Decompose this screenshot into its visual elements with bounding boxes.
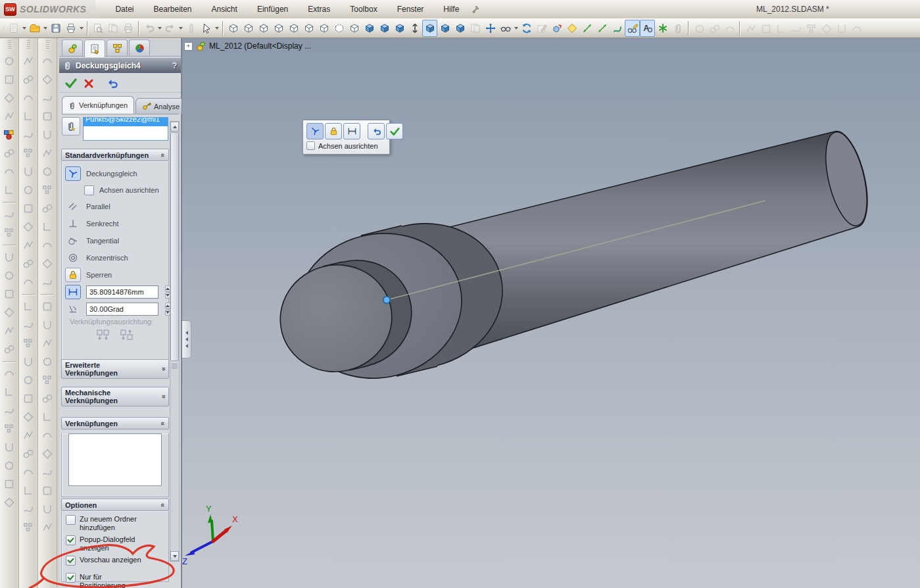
view-orientation-icon[interactable]	[347, 20, 362, 37]
left-tool-icon[interactable]	[39, 481, 55, 500]
display-style-icon[interactable]	[362, 20, 377, 37]
view-orientation-icon[interactable]	[301, 20, 316, 37]
view-orientation-icon[interactable]	[286, 20, 301, 37]
left-tool-icon[interactable]	[1, 144, 17, 162]
view-orientation-icon[interactable]	[241, 20, 256, 37]
attachment-icon[interactable]	[670, 20, 685, 37]
scroll-grip[interactable]	[172, 364, 178, 369]
edit-sketch-icon[interactable]	[534, 20, 549, 37]
left-tool-icon[interactable]	[20, 426, 36, 445]
toolbar-grip[interactable]	[8, 40, 11, 49]
left-tool-icon[interactable]	[20, 297, 36, 316]
left-tool-icon[interactable]	[1, 438, 17, 456]
assembly-tool-icon[interactable]	[691, 20, 706, 37]
left-tool-icon[interactable]	[39, 353, 55, 371]
popup-coincident-button[interactable]	[306, 123, 324, 139]
popup-undo-button[interactable]	[368, 123, 385, 139]
left-tool-icon[interactable]	[1, 285, 17, 303]
left-tool-icon[interactable]	[1, 248, 17, 266]
menu-toolbox[interactable]: Toolbox	[349, 3, 378, 15]
left-tool-icon[interactable]	[39, 255, 55, 273]
angle-mate-row[interactable]	[62, 301, 168, 318]
left-tool-icon[interactable]	[20, 463, 36, 481]
left-tool-icon[interactable]	[39, 445, 55, 463]
display-style-icon[interactable]	[377, 20, 392, 37]
mate-concentric-row[interactable]: Konzentrisch	[62, 249, 168, 266]
selected-entity[interactable]: Punkt5@Skizze2@ml1	[84, 117, 168, 126]
left-tool-icon[interactable]	[39, 371, 55, 389]
display-style-icon[interactable]	[452, 20, 468, 37]
mate-tool-icon[interactable]	[1, 126, 17, 144]
left-tool-icon[interactable]	[1, 401, 17, 420]
move-component-icon[interactable]	[549, 20, 564, 37]
assembly-tool-icon[interactable]	[848, 20, 863, 37]
boss-front-face[interactable]	[269, 253, 403, 383]
pan-icon[interactable]	[483, 20, 498, 37]
left-tool-icon[interactable]	[39, 500, 55, 518]
shaft-face[interactable]	[416, 132, 867, 355]
left-tool-icon[interactable]	[20, 408, 36, 426]
align-axes-row[interactable]: Achsen ausrichten	[62, 182, 168, 198]
popup-align-axes-row[interactable]: Achsen ausrichten	[306, 141, 386, 150]
left-tool-icon[interactable]	[1, 107, 17, 126]
display-style-icon[interactable]	[392, 20, 407, 37]
left-tool-icon[interactable]	[39, 107, 55, 126]
tab-analyse[interactable]: Analyse	[135, 98, 186, 114]
menu-ansicht[interactable]: Ansicht	[210, 3, 239, 15]
spline-icon[interactable]	[610, 20, 625, 37]
collar-front-face[interactable]	[280, 216, 477, 396]
boss-side-face[interactable]	[289, 249, 423, 379]
left-tool-icon[interactable]	[1, 181, 17, 199]
print-icon[interactable]	[63, 20, 78, 37]
mate-parallel-row[interactable]: Parallel	[62, 198, 168, 215]
annotation-visibility-icon[interactable]: A	[640, 20, 655, 37]
view-orientation-icon[interactable]	[316, 20, 331, 37]
view-orientation-icon[interactable]	[271, 20, 286, 37]
left-tool-icon[interactable]	[1, 89, 17, 107]
distance-mate-row[interactable]	[62, 283, 168, 301]
left-tool-icon[interactable]	[20, 445, 36, 463]
assembly-root-label[interactable]: ML_2012 (Default<Display ...	[209, 41, 311, 51]
select-dropdown[interactable]	[214, 20, 220, 37]
cancel-button[interactable]	[84, 78, 94, 89]
mates-listbox[interactable]	[68, 433, 162, 486]
mate-tangent-row[interactable]: Tangential	[62, 232, 168, 249]
properties-icon[interactable]	[105, 20, 120, 37]
view-settings-icon[interactable]	[498, 20, 513, 37]
concentric-mate-icon[interactable]	[65, 251, 81, 265]
anti-aligned-button[interactable]	[120, 328, 134, 341]
assembly-tool-icon[interactable]	[803, 20, 818, 37]
left-tool-icon[interactable]	[20, 481, 36, 500]
left-tool-icon[interactable]	[20, 236, 36, 255]
shaft-end-face[interactable]	[818, 128, 875, 230]
left-tool-icon[interactable]	[20, 126, 36, 144]
parallel-mate-icon[interactable]	[65, 199, 81, 214]
popup-distance-button[interactable]	[343, 123, 360, 139]
scroll-up-button[interactable]	[170, 122, 179, 132]
left-tool-icon[interactable]	[20, 255, 36, 273]
display-style-icon[interactable]	[437, 20, 452, 37]
selections-button[interactable]	[62, 117, 80, 135]
view-dropdown[interactable]	[513, 20, 519, 37]
left-tool-icon[interactable]	[39, 126, 55, 144]
left-tool-icon[interactable]	[39, 463, 55, 481]
left-tool-icon[interactable]	[1, 383, 17, 401]
featuremanager-tab[interactable]	[62, 39, 83, 56]
pushpin-icon[interactable]	[471, 5, 479, 14]
left-tool-icon[interactable]	[20, 273, 36, 291]
left-tool-icon[interactable]	[20, 500, 36, 518]
publish-edrawing-icon[interactable]	[120, 20, 135, 37]
left-tool-icon[interactable]	[39, 334, 55, 353]
collar-side-face[interactable]	[321, 207, 518, 386]
menu-datei[interactable]: Datei	[114, 3, 135, 15]
option-use-for-positioning-only[interactable]: Nur für Positionierung verwenden	[62, 571, 147, 588]
assembly-tool-icon[interactable]	[721, 20, 737, 37]
smart-dimension-icon[interactable]	[564, 20, 579, 37]
left-tool-icon[interactable]	[1, 364, 17, 383]
assembly-tool-icon[interactable]	[742, 20, 758, 37]
mates-list-header[interactable]: Verknüpfungen «	[61, 417, 169, 429]
advanced-mates-header[interactable]: Erweiterte Verknüpfungen «	[61, 359, 169, 379]
left-tool-icon[interactable]	[39, 144, 55, 162]
toolbar-grip[interactable]	[27, 40, 30, 49]
mate-selection-listbox[interactable]: Punkt5@Skizze2@ml1	[83, 117, 168, 141]
